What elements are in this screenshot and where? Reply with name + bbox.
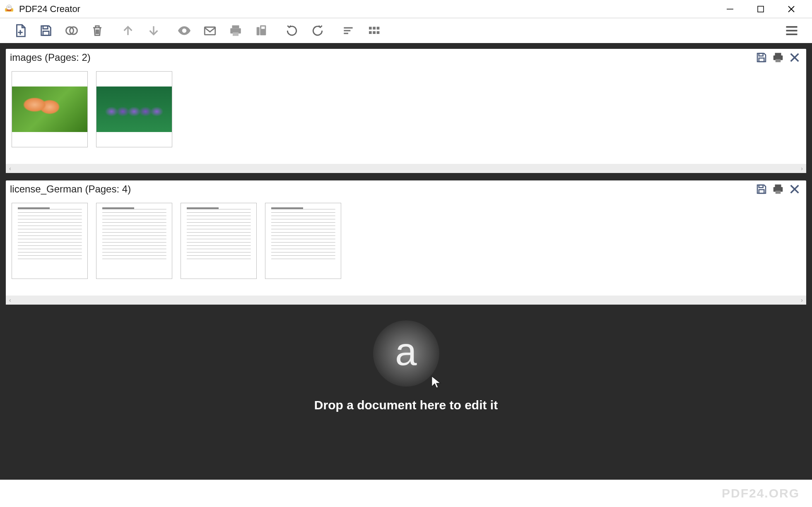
grid-view-button[interactable] — [361, 20, 387, 41]
sort-button[interactable] — [335, 20, 361, 41]
svg-rect-31 — [369, 27, 372, 30]
toolbar — [0, 18, 812, 43]
svg-rect-40 — [759, 53, 763, 56]
page-thumbnail[interactable] — [12, 203, 88, 279]
move-up-button[interactable] — [115, 20, 141, 41]
page-thumbnail[interactable] — [181, 203, 257, 279]
svg-point-2 — [8, 7, 9, 7]
minimize-button[interactable] — [722, 1, 738, 17]
svg-text:PDF: PDF — [7, 9, 12, 12]
window-controls — [722, 1, 808, 17]
new-document-button[interactable] — [7, 20, 33, 41]
scroll-left-icon[interactable]: ‹ — [9, 165, 11, 172]
svg-rect-24 — [233, 32, 239, 36]
window-title: PDF24 Creator — [19, 4, 722, 14]
document-close-button[interactable] — [787, 50, 802, 65]
document-panel[interactable]: license_German (Pages: 4) ‹ › — [6, 180, 806, 305]
scroll-right-icon[interactable]: › — [801, 165, 803, 172]
svg-rect-12 — [43, 31, 49, 35]
svg-rect-11 — [43, 26, 48, 29]
document-header: license_German (Pages: 4) — [6, 180, 806, 198]
preview-button[interactable] — [171, 20, 197, 41]
svg-rect-36 — [377, 31, 380, 34]
merge-button[interactable] — [59, 20, 84, 41]
close-button[interactable] — [783, 1, 800, 17]
delete-button[interactable] — [84, 20, 110, 41]
dropzone-icon: a — [373, 320, 439, 387]
page-thumbnail[interactable] — [265, 203, 341, 279]
svg-rect-32 — [373, 27, 376, 30]
svg-rect-27 — [261, 26, 265, 29]
document-print-button[interactable] — [771, 182, 785, 197]
document-title: license_German (Pages: 4) — [10, 183, 754, 195]
rotate-right-button[interactable] — [305, 20, 330, 41]
document-print-button[interactable] — [771, 50, 785, 65]
document-header: images (Pages: 2) — [6, 49, 806, 66]
page-thumbnail[interactable] — [96, 71, 172, 147]
workspace: images (Pages: 2) ‹ › licen — [0, 43, 812, 480]
maximize-button[interactable] — [752, 1, 769, 17]
horizontal-scrollbar[interactable]: ‹ › — [6, 296, 806, 305]
document-close-button[interactable] — [787, 182, 802, 197]
svg-rect-6 — [758, 6, 764, 12]
thumbnail-strip — [6, 198, 806, 296]
titlebar: PDF PDF24 Creator — [0, 0, 812, 18]
print-button[interactable] — [223, 20, 248, 41]
move-down-button[interactable] — [141, 20, 166, 41]
dropzone[interactable]: a Drop a document here to edit it — [6, 312, 806, 412]
thumbnail-strip — [6, 66, 806, 164]
svg-rect-42 — [775, 53, 781, 55]
document-panel[interactable]: images (Pages: 2) ‹ › — [6, 49, 806, 173]
document-title: images (Pages: 2) — [10, 52, 754, 63]
scroll-right-icon[interactable]: › — [801, 297, 803, 303]
svg-rect-34 — [369, 31, 372, 34]
scroll-left-icon[interactable]: ‹ — [9, 297, 11, 303]
menu-button[interactable] — [779, 20, 805, 41]
svg-rect-44 — [776, 59, 781, 62]
svg-rect-35 — [373, 31, 376, 34]
svg-rect-25 — [257, 27, 260, 36]
cursor-icon — [429, 375, 443, 389]
svg-rect-48 — [759, 190, 764, 193]
save-button[interactable] — [33, 20, 59, 41]
document-save-button[interactable] — [754, 182, 769, 197]
page-thumbnail[interactable] — [12, 71, 88, 147]
document-save-button[interactable] — [754, 50, 769, 65]
svg-rect-47 — [759, 185, 763, 187]
page-thumbnail[interactable] — [96, 203, 172, 279]
horizontal-scrollbar[interactable]: ‹ › — [6, 164, 806, 173]
svg-rect-33 — [377, 27, 380, 30]
app-icon: PDF — [3, 3, 15, 15]
svg-rect-41 — [759, 58, 764, 62]
svg-rect-49 — [775, 185, 781, 187]
svg-rect-22 — [232, 25, 239, 28]
brand-label: PDF24.ORG — [722, 486, 800, 500]
svg-point-20 — [182, 29, 187, 33]
fax-button[interactable] — [248, 20, 274, 41]
email-button[interactable] — [197, 20, 223, 41]
statusbar: PDF24.ORG — [0, 480, 812, 507]
svg-rect-51 — [776, 191, 781, 194]
svg-point-3 — [10, 7, 10, 7]
dropzone-label: Drop a document here to edit it — [6, 398, 806, 412]
rotate-left-button[interactable] — [279, 20, 305, 41]
